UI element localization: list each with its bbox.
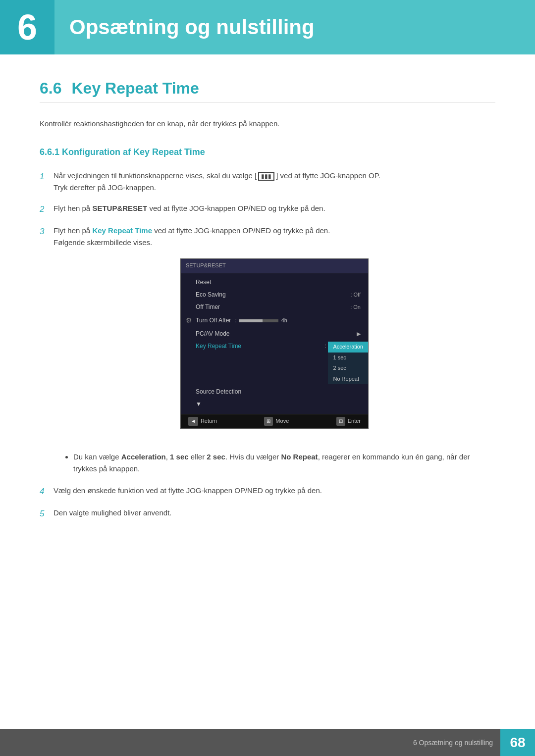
menu-row-more: ▼ — [181, 398, 368, 410]
main-content: 6.6Key Repeat Time Kontrollér reaktionsh… — [0, 54, 535, 580]
menu-row-source: Source Detection — [181, 386, 368, 398]
section-heading: 6.6Key Repeat Time — [40, 79, 495, 103]
progress-bar — [239, 319, 278, 322]
step-number-1: 1 — [40, 170, 54, 183]
progress-fill — [239, 319, 263, 322]
header-banner: 6 Opsætning og nulstilling — [0, 0, 535, 54]
page-number: 68 — [500, 729, 535, 756]
progress-label: 4h — [281, 316, 287, 325]
chapter-number: 6 — [0, 0, 54, 54]
screenshot: SETUP&RESET Reset Eco Saving : Off — [180, 258, 369, 428]
progress-bar-area: 4h — [239, 316, 361, 325]
option-norepeat: No Repeat — [281, 453, 318, 461]
screenshot-body: Reset Eco Saving : Off Off Timer : On — [181, 273, 368, 414]
menu-row-pcav: PC/AV Mode ▶ — [181, 328, 368, 340]
step-number-2: 2 — [40, 202, 54, 216]
footer-btn-move: ⊞ Move — [264, 417, 289, 426]
dropdown-option-norepeat: No Repeat — [328, 374, 368, 385]
step-number-5: 5 — [40, 507, 54, 520]
option-2sec: 2 sec — [207, 453, 225, 461]
step-1: 1 Når vejledningen til funktionsknappern… — [40, 170, 495, 194]
bullet-list: Du kan vælge Acceleration, 1 sec eller 2… — [54, 451, 495, 475]
dropdown-option-1sec: 1 sec — [328, 353, 368, 363]
menu-row-keyrepeat: Key Repeat Time : Acceleration 1 sec 2 s… — [181, 340, 368, 386]
jog-icon: ▮▮▮ — [258, 172, 274, 181]
screenshot-footer: ◄ Return ⊞ Move ⊡ Enter — [181, 414, 368, 428]
step-2-content: Flyt hen på SETUP&RESET ved at flytte JO… — [54, 202, 495, 214]
key-repeat-label: Key Repeat Time — [196, 342, 324, 351]
screenshot-header: SETUP&RESET — [181, 259, 368, 273]
option-acceleration: Acceleration — [121, 453, 166, 461]
steps-list-cont: 4 Vælg den ønskede funktion ved at flytt… — [40, 485, 495, 520]
footer-text: 6 Opsætning og nulstilling — [413, 739, 500, 747]
subsection-number: 6.6.1 — [40, 147, 59, 157]
move-icon: ⊞ — [264, 417, 273, 426]
step-number-4: 4 — [40, 485, 54, 498]
return-icon: ◄ — [188, 417, 198, 426]
page-footer: 6 Opsætning og nulstilling 68 — [0, 729, 535, 756]
footer-btn-enter: ⊡ Enter — [336, 417, 361, 426]
step-3-content: Flyt hen på Key Repeat Time ved at flytt… — [54, 225, 495, 441]
step-5: 5 Den valgte mulighed bliver anvendt. — [40, 507, 495, 520]
step2-bold: SETUP&RESET — [92, 204, 147, 212]
enter-icon: ⊡ — [336, 417, 345, 426]
dropdown-option-2sec: 2 sec — [328, 363, 368, 374]
steps-list: 1 Når vejledningen til funktionsknappern… — [40, 170, 495, 441]
step-2: 2 Flyt hen på SETUP&RESET ved at flytte … — [40, 202, 495, 216]
chapter-title: Opsætning og nulstilling — [69, 15, 315, 39]
step-5-content: Den valgte mulighed bliver anvendt. — [54, 507, 495, 519]
section-title: Key Repeat Time — [71, 79, 199, 97]
step-4: 4 Vælg den ønskede funktion ved at flytt… — [40, 485, 495, 498]
section-number: 6.6 — [40, 79, 61, 97]
subsection-heading: 6.6.1 Konfiguration af Key Repeat Time — [40, 147, 495, 157]
step-4-content: Vælg den ønskede funktion ved at flytte … — [54, 485, 495, 497]
step-1-content: Når vejledningen til funktionsknapperne … — [54, 170, 495, 194]
intro-text: Kontrollér reaktionshastigheden for en k… — [40, 118, 495, 130]
subsection-title: Konfiguration af Key Repeat Time — [62, 147, 205, 157]
menu-row-reset: Reset — [181, 276, 368, 289]
dropdown-option-acceleration: Acceleration — [328, 342, 368, 353]
menu-row-eco: Eco Saving : Off — [181, 289, 368, 301]
option-1sec: 1 sec — [170, 453, 189, 461]
step-number-3: 3 — [40, 225, 54, 238]
step3-bold: Key Repeat Time — [92, 226, 152, 235]
screenshot-container: SETUP&RESET Reset Eco Saving : Off — [54, 258, 495, 428]
gear-icon: ⚙ — [186, 315, 196, 326]
menu-row-turnoff: ⚙ Turn Off After : 4h — [181, 313, 368, 327]
menu-row-offtimer: Off Timer : On — [181, 301, 368, 313]
bullet-item: Du kan vælge Acceleration, 1 sec eller 2… — [73, 451, 495, 475]
footer-btn-return: ◄ Return — [188, 417, 217, 426]
dropdown-options: Acceleration 1 sec 2 sec No Repeat — [328, 342, 368, 384]
step-3: 3 Flyt hen på Key Repeat Time ved at fly… — [40, 225, 495, 441]
